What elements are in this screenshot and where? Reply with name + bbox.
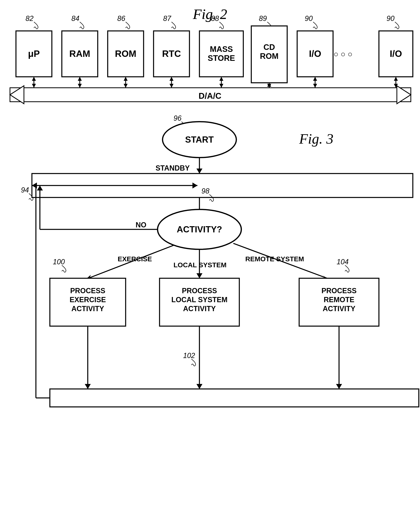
svg-marker-37 xyxy=(170,77,173,81)
svg-text:ROM: ROM xyxy=(260,52,278,60)
svg-marker-41 xyxy=(219,84,223,88)
svg-text:MASS: MASS xyxy=(210,45,233,53)
svg-text:ACTIVITY: ACTIVITY xyxy=(323,305,355,313)
svg-text:I/O: I/O xyxy=(390,48,402,59)
svg-marker-34 xyxy=(124,77,128,81)
svg-marker-102 xyxy=(336,384,342,389)
svg-text:REMOTE SYSTEM: REMOTE SYSTEM xyxy=(245,255,304,263)
svg-rect-63 xyxy=(32,173,413,197)
svg-line-79 xyxy=(233,243,327,278)
svg-text:NO: NO xyxy=(136,221,146,229)
svg-marker-77 xyxy=(196,273,202,278)
svg-marker-60 xyxy=(196,169,202,173)
svg-text:ROM: ROM xyxy=(115,48,136,59)
svg-text:ACTIVITY: ACTIVITY xyxy=(183,305,216,313)
svg-rect-103 xyxy=(50,389,419,407)
svg-marker-35 xyxy=(124,84,128,88)
svg-marker-49 xyxy=(394,77,398,81)
svg-marker-53 xyxy=(397,86,411,104)
svg-rect-14 xyxy=(154,31,189,77)
svg-text:CD: CD xyxy=(263,43,275,52)
svg-rect-83 xyxy=(50,278,126,326)
svg-marker-65 xyxy=(196,210,202,214)
svg-text:LOCAL SYSTEM: LOCAL SYSTEM xyxy=(171,296,227,304)
svg-marker-28 xyxy=(32,77,36,81)
svg-marker-52 xyxy=(10,86,24,104)
svg-marker-31 xyxy=(78,77,82,81)
svg-text:EXERCISE: EXERCISE xyxy=(118,255,152,263)
svg-text:ACTIVITY: ACTIVITY xyxy=(71,305,104,313)
svg-marker-50 xyxy=(394,84,398,88)
svg-text:104: 104 xyxy=(337,258,349,266)
svg-text:LOCAL SYSTEM: LOCAL SYSTEM xyxy=(173,261,226,269)
svg-marker-74 xyxy=(86,275,91,281)
svg-rect-25 xyxy=(379,31,413,77)
svg-text:ACTIVITY?: ACTIVITY? xyxy=(177,224,222,234)
svg-rect-12 xyxy=(108,31,144,77)
svg-text:98: 98 xyxy=(202,187,210,195)
svg-marker-29 xyxy=(32,84,36,88)
svg-text:94: 94 xyxy=(21,186,29,194)
svg-text:100: 100 xyxy=(53,258,65,266)
page: Fig. 2 82 84 86 87 88 89 90 90 μP xyxy=(0,0,420,519)
svg-text:μP: μP xyxy=(28,48,40,59)
svg-rect-90 xyxy=(159,278,239,326)
svg-rect-22 xyxy=(297,31,333,77)
svg-marker-44 xyxy=(267,84,271,88)
svg-text:STORE: STORE xyxy=(208,54,235,62)
svg-marker-32 xyxy=(78,84,82,88)
svg-marker-88 xyxy=(85,384,91,389)
svg-text:I/O: I/O xyxy=(309,48,321,59)
svg-text:REMOTE: REMOTE xyxy=(324,296,354,304)
svg-marker-46 xyxy=(313,77,317,81)
svg-point-67 xyxy=(158,210,241,249)
svg-text:START: START xyxy=(185,135,214,144)
svg-text:○ ○ ○: ○ ○ ○ xyxy=(334,50,352,59)
svg-text:PROCESS: PROCESS xyxy=(70,287,105,295)
svg-marker-71 xyxy=(37,186,43,190)
svg-text:RTC: RTC xyxy=(162,48,181,59)
svg-marker-47 xyxy=(313,84,317,88)
svg-point-57 xyxy=(163,122,236,158)
svg-text:STANDBY: STANDBY xyxy=(156,164,190,172)
svg-marker-80 xyxy=(322,275,329,280)
svg-rect-97 xyxy=(299,278,379,326)
svg-marker-38 xyxy=(170,84,173,88)
svg-text:EXERCISE: EXERCISE xyxy=(70,296,106,304)
svg-marker-95 xyxy=(196,384,202,389)
svg-marker-107 xyxy=(32,182,37,188)
svg-rect-10 xyxy=(62,31,98,77)
svg-rect-19 xyxy=(251,26,287,83)
fig2-title: Fig. 2 xyxy=(0,6,420,23)
svg-text:Fig. 3: Fig. 3 xyxy=(299,131,333,147)
svg-marker-40 xyxy=(219,77,223,81)
svg-rect-51 xyxy=(10,88,411,102)
svg-text:D/A/C: D/A/C xyxy=(199,91,221,100)
svg-rect-16 xyxy=(199,31,243,77)
svg-text:96: 96 xyxy=(173,114,182,122)
svg-line-73 xyxy=(86,245,173,279)
svg-marker-43 xyxy=(267,83,271,87)
svg-text:PROCESS: PROCESS xyxy=(322,287,357,295)
svg-marker-108 xyxy=(192,182,197,188)
svg-text:RAM: RAM xyxy=(69,48,90,59)
svg-text:PROCESS: PROCESS xyxy=(182,287,217,295)
svg-rect-8 xyxy=(16,31,52,77)
svg-text:102: 102 xyxy=(183,352,195,360)
